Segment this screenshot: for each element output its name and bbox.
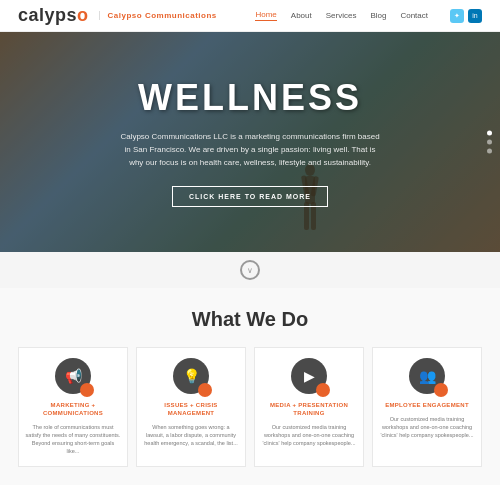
service-desc-marketing: The role of communications must satisfy … [25,423,121,456]
services-grid: 📢 MARKETING + COMMUNICATIONS The role of… [18,347,482,467]
service-card-crisis: 💡 ISSUES + CRISIS MANAGEMENT When someth… [136,347,246,467]
service-icon-crisis-wrap: 💡 [173,358,209,394]
service-desc-employee: Our customized media training workshops … [379,415,475,440]
nav-home[interactable]: Home [255,10,276,21]
service-icon-employee-wrap: 👥 [409,358,445,394]
logo-dot: o [77,5,89,25]
section-title: What We Do [18,308,482,331]
people-icon: 👥 [419,368,436,384]
service-name-employee: EMPLOYEE ENGAGEMENT [379,402,475,410]
logo-subtitle: Calypso Communications [99,11,217,20]
service-name-crisis: ISSUES + CRISIS MANAGEMENT [143,402,239,418]
megaphone-icon: 📢 [65,368,82,384]
hero-cta-button[interactable]: CLICK HERE TO READ MORE [172,186,328,207]
hero-title: WELLNESS [138,77,362,119]
hero-dot-3[interactable] [487,149,492,154]
service-icon-marketing-wrap: 📢 [55,358,91,394]
hero-section: WELLNESS Calypso Communications LLC is a… [0,32,500,252]
hero-dots [487,131,492,154]
service-card-employee: 👥 EMPLOYEE ENGAGEMENT Our customized med… [372,347,482,467]
logo-text: calypso [18,5,89,26]
social-icons: ✦ in [450,9,482,23]
hero-dot-2[interactable] [487,140,492,145]
scroll-down-button[interactable]: ∨ [240,260,260,280]
logo-area: calypso Calypso Communications [18,5,217,26]
lightbulb-icon: 💡 [183,368,200,384]
nav-contact[interactable]: Contact [400,11,428,20]
header: calypso Calypso Communications Home Abou… [0,0,500,32]
what-we-do-section: What We Do 📢 MARKETING + COMMUNICATIONS … [0,288,500,485]
hero-dot-1[interactable] [487,131,492,136]
twitter-icon[interactable]: ✦ [450,9,464,23]
hero-description: Calypso Communications LLC is a marketin… [120,131,380,169]
service-name-marketing: MARKETING + COMMUNICATIONS [25,402,121,418]
linkedin-icon[interactable]: in [468,9,482,23]
nav-about[interactable]: About [291,11,312,20]
nav-blog[interactable]: Blog [370,11,386,20]
service-icon-media-wrap: ▶ [291,358,327,394]
main-nav: Home About Services Blog Contact ✦ in [255,9,482,23]
scroll-arrow-area: ∨ [0,252,500,288]
service-desc-crisis: When something goes wrong: a lawsuit, a … [143,423,239,448]
service-card-media: ▶ MEDIA + PRESENTATION TRAINING Our cust… [254,347,364,467]
play-icon: ▶ [304,368,315,384]
service-desc-media: Our customized media training workshops … [261,423,357,448]
service-name-media: MEDIA + PRESENTATION TRAINING [261,402,357,418]
service-card-marketing: 📢 MARKETING + COMMUNICATIONS The role of… [18,347,128,467]
hero-overlay: WELLNESS Calypso Communications LLC is a… [0,32,500,252]
nav-services[interactable]: Services [326,11,357,20]
